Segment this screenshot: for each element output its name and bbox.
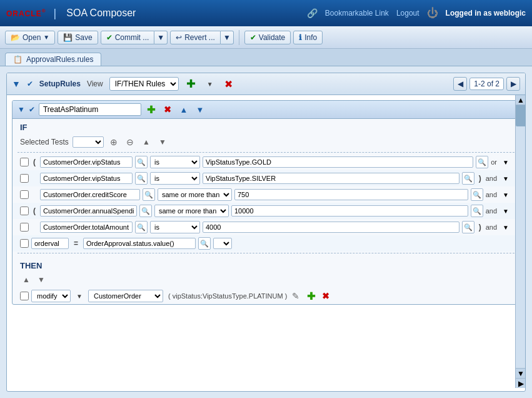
conn-dropdown-1[interactable]: ▼ <box>499 172 512 185</box>
edit-action-btn[interactable]: ✎ <box>289 290 302 302</box>
selected-tests-select[interactable] <box>73 136 104 148</box>
op-select-0[interactable]: is <box>150 156 200 168</box>
bookmarkable-link[interactable]: Bookmarkable Link <box>325 9 389 18</box>
test-move-down[interactable]: ▼ <box>156 136 169 148</box>
search-btn-4[interactable]: 🔍 <box>135 221 148 233</box>
commit-icon: ✔ <box>106 33 113 42</box>
view-select[interactable]: IF/THEN Rules <box>109 77 179 91</box>
then-nav-row: ▲ ▼ <box>13 272 519 288</box>
search-btn-2[interactable]: 🔍 <box>143 188 155 201</box>
modify-select[interactable]: modify <box>31 290 71 302</box>
delete-rule-button[interactable]: ✖ <box>223 78 235 90</box>
revert-icon: ↩ <box>176 33 182 42</box>
scroll-down-btn[interactable]: ▼ <box>516 368 525 378</box>
value-1[interactable] <box>203 173 459 184</box>
condition-row-2: 🔍 same or more than 🔍 and ▼ <box>13 186 519 203</box>
var-extra-select[interactable] <box>213 238 232 249</box>
save-button[interactable]: 💾 Save <box>58 31 98 44</box>
expr-search[interactable]: 🔍 <box>198 237 211 250</box>
add-rule-dropdown[interactable]: ▼ <box>204 78 216 90</box>
expand-icon[interactable]: ▼ <box>12 79 21 89</box>
field-0[interactable] <box>40 156 133 168</box>
validate-label: Validate <box>259 33 285 42</box>
add-action-btn[interactable]: ✚ <box>304 290 317 302</box>
var-check[interactable] <box>20 239 29 248</box>
revert-dropdown[interactable]: ▼ <box>221 31 234 44</box>
value-4[interactable] <box>203 222 459 233</box>
value-3[interactable] <box>231 205 468 217</box>
scrollbar-track[interactable]: ▲ ▼ ▶ <box>515 95 525 388</box>
value-0[interactable] <box>203 156 473 168</box>
field-4[interactable] <box>40 222 133 233</box>
cond-check-1[interactable] <box>20 174 29 183</box>
setup-rules-label: SetupRules <box>39 79 81 88</box>
validate-button[interactable]: ✔ Validate <box>244 31 291 44</box>
then-move-down[interactable]: ▼ <box>35 273 48 286</box>
var-name-input[interactable] <box>31 238 69 249</box>
add-rule-button[interactable]: ✚ <box>185 78 198 90</box>
rule-check-icon[interactable]: ✔ <box>29 105 35 114</box>
move-up-button[interactable]: ▲ <box>178 103 190 116</box>
value-search-4[interactable]: 🔍 <box>462 221 474 233</box>
expr-input[interactable] <box>83 238 196 249</box>
op-select-4[interactable]: is <box>150 221 200 233</box>
open-dropdown-arrow[interactable]: ▼ <box>43 34 49 41</box>
value-2[interactable] <box>234 189 468 200</box>
target-select[interactable]: CustomerOrder <box>88 290 163 302</box>
equals-sign: = <box>74 239 78 248</box>
revert-button[interactable]: ↩ Revert ... <box>170 31 221 44</box>
checkbox-icon[interactable]: ✔ <box>27 79 33 88</box>
validate-icon: ✔ <box>250 33 256 42</box>
prev-page-button[interactable]: ◀ <box>453 77 467 91</box>
selected-tests-label: Selected Tests <box>20 138 69 146</box>
move-down-button[interactable]: ▼ <box>194 103 206 116</box>
search-btn-1[interactable]: 🔍 <box>135 172 148 185</box>
open-button[interactable]: 📂 Open ▼ <box>5 31 55 44</box>
next-page-button[interactable]: ▶ <box>506 77 520 91</box>
value-search-3[interactable]: 🔍 <box>471 205 483 217</box>
cond-check-2[interactable] <box>20 190 29 199</box>
cond-check-4[interactable] <box>20 223 29 232</box>
test-move-up[interactable]: ▲ <box>140 136 153 148</box>
tab-approval-rules[interactable]: 📋 ApprovalRules.rules <box>5 53 101 66</box>
tab-bar: 📋 ApprovalRules.rules <box>0 49 532 66</box>
commit-button[interactable]: ✔ Commit ... <box>101 31 155 44</box>
if-label: IF <box>13 119 519 133</box>
scroll-right-btn[interactable]: ▶ <box>516 378 525 388</box>
conn-dropdown-4[interactable]: ▼ <box>499 221 512 233</box>
commit-dropdown[interactable]: ▼ <box>154 31 168 44</box>
field-3[interactable] <box>40 205 137 217</box>
cond-check-0[interactable] <box>20 158 29 166</box>
delete-action-btn[interactable]: ✖ <box>319 290 332 302</box>
modify-dropdown[interactable]: ▼ <box>73 290 86 302</box>
test-action-2[interactable]: ⊖ <box>124 136 136 148</box>
logout-link[interactable]: Logout <box>396 9 419 18</box>
search-btn-0[interactable]: 🔍 <box>135 156 148 168</box>
delete-condition-button[interactable]: ✖ <box>161 103 174 116</box>
search-btn-3[interactable]: 🔍 <box>139 205 152 217</box>
field-1[interactable] <box>40 173 133 184</box>
op-select-3[interactable]: same or more than <box>154 205 229 217</box>
then-move-up[interactable]: ▲ <box>20 273 33 286</box>
conn-dropdown-3[interactable]: ▼ <box>499 205 512 217</box>
cond-check-3[interactable] <box>20 207 29 215</box>
info-button[interactable]: ℹ Info <box>293 31 323 44</box>
open-paren-3: ( <box>31 207 38 215</box>
rule-expand-icon[interactable]: ▼ <box>18 105 25 114</box>
value-search-1[interactable]: 🔍 <box>462 172 474 185</box>
rule-name-input[interactable]: TreatAsPlatinum <box>39 103 141 116</box>
logged-in-label: Logged in as <box>446 9 492 18</box>
add-condition-button[interactable]: ✚ <box>145 103 158 116</box>
op-select-2[interactable]: same or more than <box>158 188 232 201</box>
value-search-0[interactable]: 🔍 <box>476 156 488 168</box>
condition-row-3: ( 🔍 same or more than 🔍 and ▼ <box>13 203 519 219</box>
value-search-2[interactable]: 🔍 <box>471 188 483 201</box>
scroll-up-btn[interactable]: ▲ <box>516 95 525 105</box>
action-params: ( vipStatus:VipStatusType.PLATINUM ) <box>168 292 287 300</box>
then-check-0[interactable] <box>20 292 29 300</box>
field-2[interactable] <box>40 189 140 200</box>
conn-dropdown-0[interactable]: ▼ <box>499 156 512 168</box>
op-select-1[interactable]: is <box>150 172 200 185</box>
test-action-1[interactable]: ⊕ <box>108 136 120 148</box>
conn-dropdown-2[interactable]: ▼ <box>499 188 512 201</box>
